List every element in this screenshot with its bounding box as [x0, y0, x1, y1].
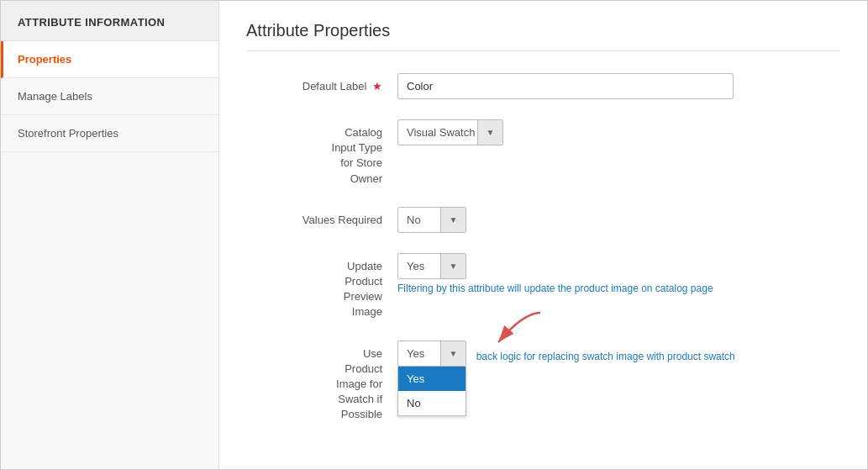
sidebar-link-manage-labels[interactable]: Manage Labels: [1, 78, 218, 114]
sidebar-link-storefront-properties[interactable]: Storefront Properties: [1, 115, 218, 151]
sidebar-link-properties[interactable]: Properties: [3, 41, 218, 77]
update-product-preview-hint: Filtering by this attribute will update …: [397, 283, 840, 294]
update-product-preview-select-wrapper: Yes No ▼: [397, 253, 466, 279]
update-product-preview-field: Yes No ▼ Filtering by this attribute wil…: [397, 253, 840, 294]
use-product-image-dropdown-menu: Yes No: [397, 367, 466, 416]
required-indicator: ★: [372, 80, 382, 92]
default-label-row: Default Label ★: [246, 73, 840, 99]
form-section: Default Label ★ CatalogInput Typefor Sto…: [246, 66, 840, 422]
sidebar-item-manage-labels[interactable]: Manage Labels: [1, 78, 218, 115]
sidebar-item-storefront-properties[interactable]: Storefront Properties: [1, 115, 218, 152]
update-product-preview-label: UpdateProductPreviewImage: [246, 253, 397, 320]
sidebar: Attribute Information Properties Manage …: [1, 1, 219, 469]
catalog-input-type-select-wrapper: Visual Swatch Text Swatch Dropdown ▼: [397, 119, 503, 145]
catalog-input-type-field: Visual Swatch Text Swatch Dropdown ▼: [397, 119, 840, 145]
use-product-image-hint: back logic for replacing swatch image wi…: [476, 344, 735, 362]
use-product-image-label: UseProductImage forSwatch ifPossible: [246, 341, 397, 423]
values-required-field: No Yes ▼: [397, 207, 840, 233]
use-product-image-row: UseProductImage forSwatch ifPossible: [246, 341, 840, 423]
update-product-preview-select[interactable]: Yes No: [398, 254, 466, 278]
values-required-select-wrapper: No Yes ▼: [397, 207, 466, 233]
values-required-row: Values Required No Yes ▼: [246, 207, 840, 233]
page-title: Attribute Properties: [246, 21, 840, 51]
use-product-image-option-no[interactable]: No: [398, 391, 466, 415]
sidebar-item-properties[interactable]: Properties: [1, 41, 218, 78]
sidebar-header: Attribute Information: [1, 1, 218, 41]
use-product-image-dropdown-container: Yes No ▼ Yes No: [397, 341, 466, 367]
default-label-field: [397, 73, 840, 99]
use-product-image-option-yes[interactable]: Yes: [398, 367, 466, 391]
catalog-input-type-row: CatalogInput Typefor StoreOwner Visual S…: [246, 119, 840, 187]
default-label-input[interactable]: [397, 73, 734, 99]
catalog-input-type-label: CatalogInput Typefor StoreOwner: [246, 119, 397, 187]
catalog-input-type-select[interactable]: Visual Swatch Text Swatch Dropdown: [398, 120, 502, 145]
values-required-select[interactable]: No Yes: [398, 208, 466, 232]
use-product-image-select-wrapper: Yes No ▼: [397, 341, 466, 367]
update-product-preview-row: UpdateProductPreviewImage Yes No ▼ Filte…: [246, 253, 840, 320]
use-product-image-field: Yes No ▼ Yes No back logic for replacing: [397, 341, 840, 367]
use-product-image-select[interactable]: Yes No: [398, 341, 466, 366]
main-content: Attribute Properties Default Label ★ Cat…: [219, 1, 867, 469]
values-required-label: Values Required: [246, 207, 397, 228]
sidebar-nav: Properties Manage Labels Storefront Prop…: [1, 41, 218, 152]
default-label-label: Default Label ★: [246, 73, 397, 94]
